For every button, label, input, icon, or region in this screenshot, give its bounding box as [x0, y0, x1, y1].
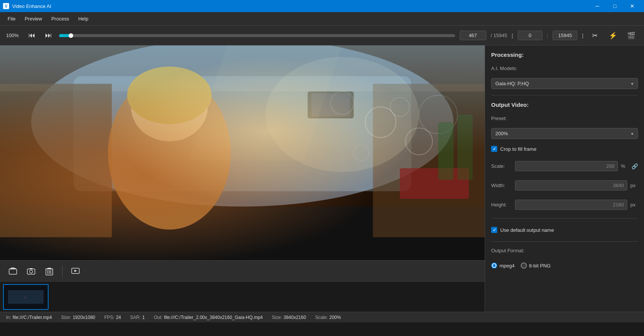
- bracket-open: [: [512, 33, 513, 38]
- seekbar[interactable]: [59, 34, 455, 37]
- svg-rect-24: [10, 268, 16, 269]
- scale-label: Scale:: [491, 163, 512, 169]
- colon-separator: :: [547, 33, 548, 38]
- preview-icon: [71, 267, 80, 275]
- seekbar-thumb[interactable]: [69, 33, 73, 38]
- total-frames: / 15945: [491, 33, 507, 38]
- scale-row: Scale: % 🔗: [491, 161, 638, 171]
- menu-preview[interactable]: Preview: [20, 14, 47, 24]
- svg-text:▶: ▶: [25, 295, 27, 299]
- svg-rect-28: [30, 268, 33, 269]
- processing-title: Processing:: [491, 52, 638, 58]
- delete-button[interactable]: [42, 264, 56, 278]
- range-start-input[interactable]: [518, 31, 542, 40]
- output-video-title: Output Video:: [491, 102, 638, 108]
- default-name-row: Use default output name: [491, 227, 638, 233]
- width-label: Width:: [491, 183, 512, 188]
- out-size-label: Size:: [272, 315, 282, 320]
- maximize-button[interactable]: □: [606, 0, 624, 12]
- camera-button[interactable]: [24, 264, 38, 278]
- height-input[interactable]: [515, 200, 627, 210]
- status-out-scale: Scale: 200%: [315, 315, 341, 320]
- cut-button[interactable]: ✂: [588, 29, 602, 42]
- app-icon: V: [3, 3, 9, 9]
- width-input[interactable]: [515, 180, 627, 191]
- thumbnail-0[interactable]: ▶: [3, 284, 49, 310]
- png-radio-circle[interactable]: [521, 263, 527, 269]
- video-frame: [0, 45, 485, 260]
- width-row: Width: px: [491, 180, 638, 191]
- default-name-checkbox[interactable]: [491, 227, 497, 233]
- default-name-label: Use default output name: [500, 227, 554, 233]
- controls-divider: [62, 266, 63, 277]
- scale-unit: %: [621, 163, 628, 169]
- menu-file[interactable]: File: [3, 14, 20, 24]
- ai-model-select[interactable]: Gaia-HQ: P,HQ Gaia-HQ: CGI Proteus: P,HQ…: [491, 78, 638, 89]
- output-format-row: mpeg4 8-bit PNG: [491, 263, 638, 269]
- titlebar-left: V Video Enhance AI: [3, 3, 51, 9]
- menu-process[interactable]: Process: [47, 14, 74, 24]
- divider-2: [491, 218, 638, 219]
- mpeg4-label: mpeg4: [499, 263, 515, 269]
- video-overlay: [0, 45, 485, 260]
- crop-to-fill-label: Crop to fill frame: [500, 146, 536, 152]
- close-button[interactable]: ✕: [624, 0, 641, 12]
- size-value: 1920x1080: [73, 315, 95, 320]
- svg-rect-26: [27, 269, 35, 274]
- preset-select-wrapper: 200% 100% 150% 300% Custom: [491, 128, 638, 139]
- menubar: File Preview Process Help: [0, 12, 644, 26]
- main-content: ▶ Processing: A.I. Models: Gaia-HQ: P,HQ…: [0, 45, 644, 312]
- svg-point-27: [30, 270, 33, 273]
- next-frame-button[interactable]: ⏭: [42, 30, 55, 42]
- fps-value: 24: [116, 315, 121, 320]
- output-format-label: Output Format:: [491, 248, 638, 253]
- divider-1: [491, 95, 638, 95]
- range-end-input[interactable]: [553, 31, 577, 40]
- width-unit: px: [630, 183, 638, 188]
- in-label: In:: [6, 315, 11, 320]
- svg-marker-36: [74, 270, 77, 272]
- titlebar-controls: ─ □ ✕: [589, 0, 641, 12]
- zoom-level: 100%: [6, 33, 21, 38]
- divider-3: [491, 241, 638, 242]
- radio-mpeg4[interactable]: mpeg4: [491, 263, 515, 269]
- out-scale-value: 200%: [329, 315, 341, 320]
- status-fps: FPS: 24: [104, 315, 121, 320]
- in-value: file:///C:/Trailer.mp4: [13, 315, 52, 320]
- current-frame-input[interactable]: [460, 31, 486, 40]
- status-in: In: file:///C:/Trailer.mp4: [6, 315, 52, 320]
- out-label: Out:: [154, 315, 163, 320]
- export-button[interactable]: 🎬: [624, 29, 638, 42]
- sar-value: 1: [142, 315, 145, 320]
- height-row: Height: px: [491, 200, 638, 210]
- splice-button[interactable]: ⚡: [606, 29, 620, 42]
- menu-help[interactable]: Help: [74, 14, 93, 24]
- video-area: ▶: [0, 45, 485, 312]
- status-out-size: Size: 3840x2160: [272, 315, 306, 320]
- size-label: Size:: [61, 315, 71, 320]
- scale-link-icon[interactable]: 🔗: [631, 163, 638, 169]
- bracket-close: ]: [582, 33, 583, 38]
- trash-icon: [46, 267, 53, 275]
- scale-input[interactable]: [515, 161, 618, 171]
- minimize-button[interactable]: ─: [589, 0, 606, 12]
- video-preview: [0, 45, 485, 260]
- status-out: Out: file:///C:/Trailer_2.00x_3840x2160_…: [154, 315, 263, 320]
- prev-frame-button[interactable]: ⏮: [26, 30, 38, 42]
- preview-mode-button[interactable]: [69, 264, 82, 278]
- out-value: file:///C:/Trailer_2.00x_3840x2160_Gaia-…: [164, 315, 262, 320]
- radio-png[interactable]: 8-bit PNG: [521, 263, 551, 269]
- ai-model-select-wrapper: Gaia-HQ: P,HQ Gaia-HQ: CGI Proteus: P,HQ…: [491, 78, 638, 89]
- svg-rect-23: [9, 269, 17, 274]
- png-label: 8-bit PNG: [529, 263, 551, 269]
- crop-to-fill-row: Crop to fill frame: [491, 146, 638, 152]
- sar-label: SAR:: [130, 315, 141, 320]
- preset-select[interactable]: 200% 100% 150% 300% Custom: [491, 128, 638, 139]
- out-scale-label: Scale:: [315, 315, 328, 320]
- bottom-controls: [0, 260, 485, 281]
- titlebar: V Video Enhance AI ─ □ ✕: [0, 0, 644, 12]
- add-clip-button[interactable]: [6, 264, 20, 278]
- thumbnail-strip: ▶: [0, 281, 485, 312]
- crop-to-fill-checkbox[interactable]: [491, 146, 497, 152]
- mpeg4-radio-circle[interactable]: [491, 263, 497, 269]
